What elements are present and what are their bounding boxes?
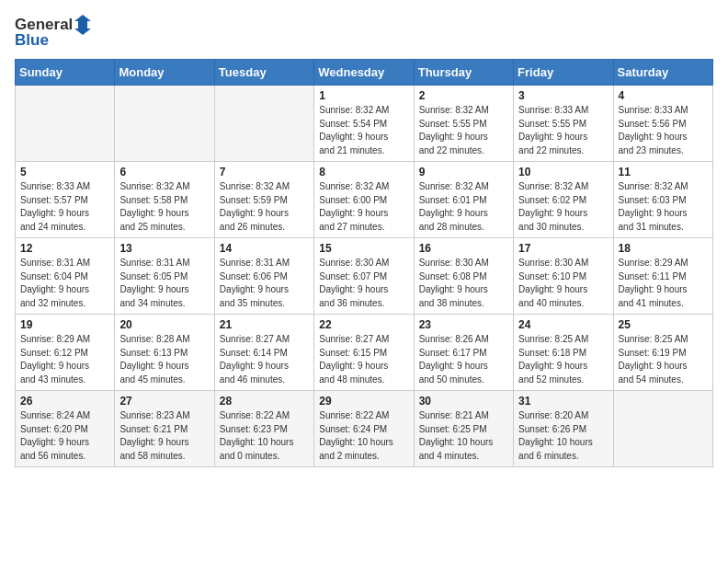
day-number: 13 bbox=[119, 242, 209, 255]
day-number: 29 bbox=[319, 395, 408, 408]
calendar-cell: 8Sunrise: 8:32 AM Sunset: 6:00 PM Daylig… bbox=[314, 162, 414, 238]
day-info: Sunrise: 8:25 AM Sunset: 6:18 PM Dayligh… bbox=[518, 333, 608, 386]
calendar-cell: 2Sunrise: 8:32 AM Sunset: 5:55 PM Daylig… bbox=[414, 86, 513, 162]
day-info: Sunrise: 8:33 AM Sunset: 5:57 PM Dayligh… bbox=[20, 180, 109, 234]
day-info: Sunrise: 8:30 AM Sunset: 6:07 PM Dayligh… bbox=[319, 257, 408, 310]
calendar-cell: 28Sunrise: 8:22 AM Sunset: 6:23 PM Dayli… bbox=[214, 391, 313, 467]
calendar-week-row: 12Sunrise: 8:31 AM Sunset: 6:04 PM Dayli… bbox=[16, 238, 713, 315]
day-number: 19 bbox=[20, 318, 109, 331]
day-number: 1 bbox=[319, 89, 408, 102]
calendar-cell: 23Sunrise: 8:26 AM Sunset: 6:17 PM Dayli… bbox=[414, 315, 513, 391]
logo-blue: Blue bbox=[15, 31, 49, 50]
day-number: 23 bbox=[419, 318, 508, 331]
calendar-cell bbox=[214, 86, 313, 162]
calendar-week-row: 5Sunrise: 8:33 AM Sunset: 5:57 PM Daylig… bbox=[16, 162, 713, 238]
calendar-header-thursday: Thursday bbox=[414, 60, 513, 86]
day-info: Sunrise: 8:24 AM Sunset: 6:20 PM Dayligh… bbox=[20, 409, 109, 463]
day-number: 28 bbox=[220, 395, 309, 408]
day-info: Sunrise: 8:20 AM Sunset: 6:26 PM Dayligh… bbox=[518, 409, 608, 463]
calendar-cell bbox=[16, 86, 115, 162]
day-info: Sunrise: 8:32 AM Sunset: 5:55 PM Dayligh… bbox=[419, 104, 508, 157]
calendar-cell: 31Sunrise: 8:20 AM Sunset: 6:26 PM Dayli… bbox=[514, 391, 613, 467]
day-number: 17 bbox=[518, 242, 608, 255]
day-info: Sunrise: 8:32 AM Sunset: 5:58 PM Dayligh… bbox=[119, 180, 209, 234]
day-number: 14 bbox=[220, 242, 309, 255]
day-number: 31 bbox=[518, 395, 608, 408]
day-info: Sunrise: 8:32 AM Sunset: 6:01 PM Dayligh… bbox=[419, 180, 508, 234]
day-number: 15 bbox=[319, 242, 408, 255]
day-info: Sunrise: 8:23 AM Sunset: 6:21 PM Dayligh… bbox=[119, 409, 209, 463]
day-number: 22 bbox=[319, 318, 408, 331]
page-header: General Blue bbox=[15, 15, 713, 50]
calendar-cell: 21Sunrise: 8:27 AM Sunset: 6:14 PM Dayli… bbox=[214, 315, 313, 391]
day-number: 2 bbox=[419, 89, 508, 102]
day-info: Sunrise: 8:31 AM Sunset: 6:06 PM Dayligh… bbox=[220, 257, 309, 310]
calendar-cell: 27Sunrise: 8:23 AM Sunset: 6:21 PM Dayli… bbox=[115, 391, 214, 467]
calendar-cell: 13Sunrise: 8:31 AM Sunset: 6:05 PM Dayli… bbox=[115, 238, 214, 315]
logo-flag-icon bbox=[74, 15, 91, 35]
calendar-cell: 30Sunrise: 8:21 AM Sunset: 6:25 PM Dayli… bbox=[414, 391, 513, 467]
calendar-cell: 10Sunrise: 8:32 AM Sunset: 6:02 PM Dayli… bbox=[514, 162, 613, 238]
calendar-cell: 12Sunrise: 8:31 AM Sunset: 6:04 PM Dayli… bbox=[16, 238, 115, 315]
calendar-header-sunday: Sunday bbox=[16, 60, 115, 86]
calendar-cell bbox=[115, 86, 214, 162]
calendar-week-row: 1Sunrise: 8:32 AM Sunset: 5:54 PM Daylig… bbox=[16, 86, 713, 162]
day-info: Sunrise: 8:25 AM Sunset: 6:19 PM Dayligh… bbox=[619, 333, 708, 386]
calendar-table: SundayMondayTuesdayWednesdayThursdayFrid… bbox=[15, 59, 713, 467]
calendar-cell: 17Sunrise: 8:30 AM Sunset: 6:10 PM Dayli… bbox=[514, 238, 613, 315]
day-number: 10 bbox=[518, 166, 608, 178]
calendar-cell: 14Sunrise: 8:31 AM Sunset: 6:06 PM Dayli… bbox=[214, 238, 313, 315]
calendar-cell bbox=[613, 391, 712, 467]
day-info: Sunrise: 8:22 AM Sunset: 6:24 PM Dayligh… bbox=[319, 409, 408, 463]
calendar-cell: 11Sunrise: 8:32 AM Sunset: 6:03 PM Dayli… bbox=[613, 162, 712, 238]
calendar-cell: 22Sunrise: 8:27 AM Sunset: 6:15 PM Dayli… bbox=[314, 315, 414, 391]
day-number: 30 bbox=[419, 395, 508, 408]
day-number: 4 bbox=[619, 89, 708, 102]
calendar-cell: 20Sunrise: 8:28 AM Sunset: 6:13 PM Dayli… bbox=[115, 315, 214, 391]
calendar-cell: 26Sunrise: 8:24 AM Sunset: 6:20 PM Dayli… bbox=[16, 391, 115, 467]
day-info: Sunrise: 8:31 AM Sunset: 6:05 PM Dayligh… bbox=[119, 257, 209, 310]
day-number: 24 bbox=[518, 318, 608, 331]
calendar-cell: 5Sunrise: 8:33 AM Sunset: 5:57 PM Daylig… bbox=[16, 162, 115, 238]
day-info: Sunrise: 8:27 AM Sunset: 6:15 PM Dayligh… bbox=[319, 333, 408, 386]
day-info: Sunrise: 8:32 AM Sunset: 5:59 PM Dayligh… bbox=[220, 180, 309, 234]
calendar-cell: 19Sunrise: 8:29 AM Sunset: 6:12 PM Dayli… bbox=[16, 315, 115, 391]
day-info: Sunrise: 8:32 AM Sunset: 6:02 PM Dayligh… bbox=[518, 180, 608, 234]
day-info: Sunrise: 8:32 AM Sunset: 6:00 PM Dayligh… bbox=[319, 180, 408, 234]
calendar-cell: 15Sunrise: 8:30 AM Sunset: 6:07 PM Dayli… bbox=[314, 238, 414, 315]
day-number: 26 bbox=[20, 395, 109, 408]
calendar-cell: 16Sunrise: 8:30 AM Sunset: 6:08 PM Dayli… bbox=[414, 238, 513, 315]
day-info: Sunrise: 8:29 AM Sunset: 6:12 PM Dayligh… bbox=[20, 333, 109, 386]
day-number: 12 bbox=[20, 242, 109, 255]
day-number: 16 bbox=[419, 242, 508, 255]
svg-marker-0 bbox=[74, 15, 91, 35]
day-number: 6 bbox=[119, 166, 209, 178]
calendar-cell: 18Sunrise: 8:29 AM Sunset: 6:11 PM Dayli… bbox=[613, 238, 712, 315]
day-info: Sunrise: 8:33 AM Sunset: 5:56 PM Dayligh… bbox=[619, 104, 708, 157]
day-number: 11 bbox=[619, 166, 708, 178]
calendar-header-wednesday: Wednesday bbox=[314, 60, 414, 86]
day-info: Sunrise: 8:32 AM Sunset: 6:03 PM Dayligh… bbox=[619, 180, 708, 234]
day-info: Sunrise: 8:30 AM Sunset: 6:08 PM Dayligh… bbox=[419, 257, 508, 310]
day-info: Sunrise: 8:22 AM Sunset: 6:23 PM Dayligh… bbox=[220, 409, 309, 463]
calendar-cell: 6Sunrise: 8:32 AM Sunset: 5:58 PM Daylig… bbox=[115, 162, 214, 238]
calendar-cell: 29Sunrise: 8:22 AM Sunset: 6:24 PM Dayli… bbox=[314, 391, 414, 467]
day-number: 18 bbox=[619, 242, 708, 255]
day-info: Sunrise: 8:28 AM Sunset: 6:13 PM Dayligh… bbox=[119, 333, 209, 386]
calendar-cell: 3Sunrise: 8:33 AM Sunset: 5:55 PM Daylig… bbox=[514, 86, 613, 162]
day-number: 5 bbox=[20, 166, 109, 178]
calendar-cell: 25Sunrise: 8:25 AM Sunset: 6:19 PM Dayli… bbox=[613, 315, 712, 391]
day-info: Sunrise: 8:31 AM Sunset: 6:04 PM Dayligh… bbox=[20, 257, 109, 310]
day-number: 9 bbox=[419, 166, 508, 178]
day-info: Sunrise: 8:32 AM Sunset: 5:54 PM Dayligh… bbox=[319, 104, 408, 157]
day-info: Sunrise: 8:27 AM Sunset: 6:14 PM Dayligh… bbox=[220, 333, 309, 386]
day-number: 27 bbox=[119, 395, 209, 408]
day-info: Sunrise: 8:21 AM Sunset: 6:25 PM Dayligh… bbox=[419, 409, 508, 463]
calendar-cell: 4Sunrise: 8:33 AM Sunset: 5:56 PM Daylig… bbox=[613, 86, 712, 162]
calendar-cell: 1Sunrise: 8:32 AM Sunset: 5:54 PM Daylig… bbox=[314, 86, 414, 162]
day-number: 8 bbox=[319, 166, 408, 178]
day-info: Sunrise: 8:33 AM Sunset: 5:55 PM Dayligh… bbox=[518, 104, 608, 157]
calendar-header-monday: Monday bbox=[115, 60, 214, 86]
calendar-cell: 24Sunrise: 8:25 AM Sunset: 6:18 PM Dayli… bbox=[514, 315, 613, 391]
day-info: Sunrise: 8:29 AM Sunset: 6:11 PM Dayligh… bbox=[619, 257, 708, 310]
